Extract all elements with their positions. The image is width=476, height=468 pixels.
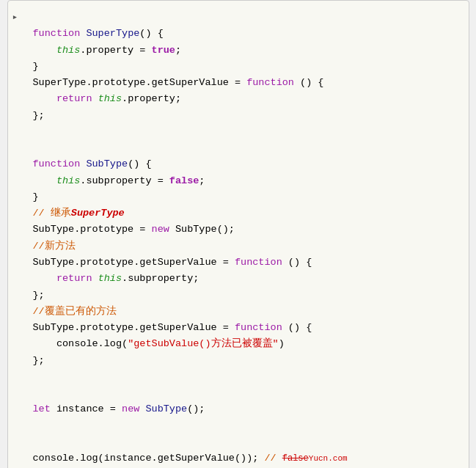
- line-17: //覆盖已有的方法: [33, 306, 117, 317]
- line-24: console.log(instance.getSuperValue()); /…: [33, 453, 348, 464]
- line-18: SubType.prototype.getSuperValue = functi…: [33, 322, 312, 333]
- line-14: SubType.prototype.getSuperValue = functi…: [33, 257, 312, 268]
- line-8: function SubType() {: [33, 158, 152, 169]
- line-6: };: [33, 110, 45, 121]
- line-22: let instance = new SubType();: [33, 403, 205, 414]
- line-20: };: [33, 355, 45, 366]
- line-16: };: [33, 290, 45, 301]
- line-4: SuperType.prototype.getSuperValue = func…: [33, 77, 324, 88]
- line-1: function SuperType() {: [33, 28, 164, 39]
- line-11: // 继承SuperType: [33, 208, 125, 219]
- line-10: }: [33, 191, 39, 202]
- line-3: }: [33, 61, 39, 72]
- line-19: console.log("getSubValue()方法已被覆盖"): [33, 338, 285, 349]
- line-9: this.subproperty = false;: [33, 175, 205, 186]
- line-5: return this.property;: [33, 93, 182, 104]
- code-block: function SuperType() { this.property = t…: [20, 10, 457, 468]
- code-editor: ▸ function SuperType() { this.property =…: [7, 0, 469, 468]
- line-15: return this.subproperty;: [33, 273, 199, 284]
- line-2: this.property = true;: [33, 45, 182, 56]
- line-13: //新方法: [33, 241, 76, 252]
- arrow-indicator: ▸: [12, 11, 18, 23]
- line-12: SubType.prototype = new SubType();: [33, 224, 235, 235]
